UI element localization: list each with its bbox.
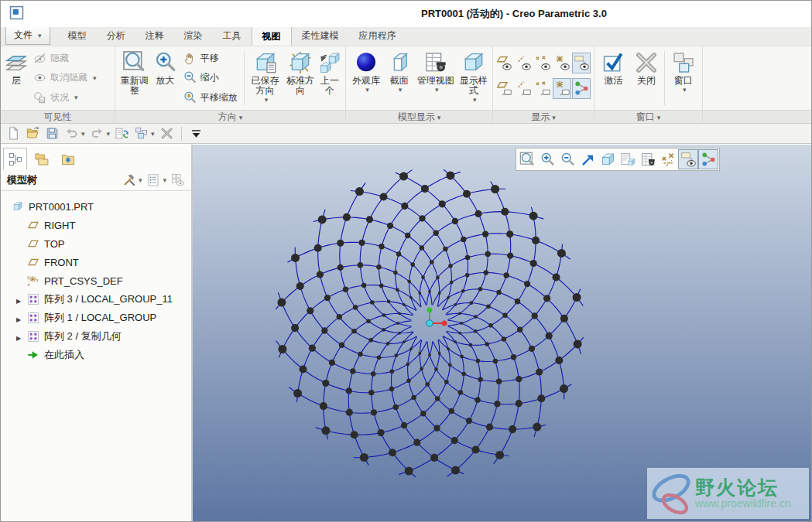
tree-item-pattern-2[interactable]: 阵列 2 / 复制几何 — [1, 327, 191, 346]
tree-item-prt0001[interactable]: PRT0001.PRT — [1, 197, 191, 216]
viewport-zoom-out-button[interactable] — [557, 149, 577, 169]
expand-caret[interactable] — [16, 294, 27, 305]
tree-search-button[interactable] — [170, 172, 187, 189]
layers-button[interactable]: 层 — [3, 48, 29, 108]
csys-display-toggle[interactable] — [553, 53, 571, 73]
plane-tag-display-toggle[interactable] — [495, 78, 513, 99]
appearance-gallery-button[interactable]: 外观库 — [348, 48, 384, 108]
activate-button[interactable]: 激活 — [597, 48, 630, 108]
tree-item-label: TOP — [44, 238, 65, 250]
refit-button[interactable]: 重新调整 — [118, 48, 152, 108]
csys-tag-display-toggle[interactable] — [553, 78, 571, 99]
unhide-eye-icon — [33, 70, 47, 85]
viewport-view-manager-button[interactable] — [638, 149, 658, 169]
window-arrange-button[interactable] — [132, 125, 156, 142]
tab-注释[interactable]: 注释 — [135, 26, 174, 46]
customize-quick-access-button[interactable] — [187, 125, 205, 142]
display-style-icon — [461, 50, 486, 75]
title-bar: PRT0001 (活动的) - Creo Parametric 3.0 — [1, 1, 811, 27]
graphics-viewport[interactable]: 野火论坛 www.proewildfire.cn — [193, 145, 811, 521]
group-show: 显示 — [493, 46, 594, 123]
file-menu-button[interactable]: 文件 — [5, 26, 50, 45]
viewport-reorient-button[interactable] — [577, 149, 598, 169]
viewport-display-style-button[interactable] — [598, 149, 618, 169]
tree-item-prt-csys-def[interactable]: yxzPRT_CSYS_DEF — [1, 271, 191, 290]
tab-视图[interactable]: 视图 — [252, 26, 292, 46]
sections-button[interactable]: 截面 — [384, 48, 414, 108]
display-style-icon — [600, 152, 616, 168]
viewport-zoom-in-button[interactable] — [537, 149, 557, 169]
annotation-display-toggle[interactable] — [572, 53, 591, 73]
plane-display-toggle[interactable] — [495, 53, 513, 73]
axis-tag-display-toggle[interactable] — [514, 78, 533, 99]
tree-item-insert-here[interactable]: 在此插入 — [1, 346, 191, 364]
tree-item-front[interactable]: FRONT — [1, 253, 191, 271]
tree-item-top[interactable]: TOP — [1, 234, 191, 253]
favorites-tab[interactable] — [56, 148, 80, 170]
tree-item-pattern-1[interactable]: 阵列 1 / LOCAL_GROUP — [1, 309, 191, 327]
viewport-annotation-display-button[interactable] — [678, 149, 698, 169]
expand-caret[interactable] — [16, 312, 27, 324]
model-geometry[interactable] — [193, 145, 811, 521]
viewport-saved-orientations-button[interactable] — [618, 149, 638, 169]
manage-views-button[interactable]: 管理视图 — [414, 48, 457, 108]
manage-views-icon — [423, 50, 448, 75]
viewport-datum-display-filters-button[interactable] — [658, 149, 678, 169]
zoom-out-button[interactable]: 缩小 — [180, 68, 242, 87]
close-button[interactable]: 关闭 — [630, 48, 663, 108]
tab-分析[interactable]: 分析 — [97, 26, 135, 46]
new-file-button[interactable] — [5, 125, 22, 142]
open-file-button[interactable] — [24, 125, 42, 142]
tree-item-right[interactable]: RIGHT — [1, 216, 191, 234]
tab-渲染[interactable]: 渲染 — [174, 26, 213, 46]
model-tree-title: 模型树 — [7, 173, 37, 187]
tab-工具[interactable]: 工具 — [213, 26, 252, 46]
tab-柔性建模[interactable]: 柔性建模 — [292, 26, 349, 46]
windows-button[interactable]: 窗口 — [666, 48, 700, 108]
axis-display-toggle[interactable] — [514, 53, 533, 73]
group-label-orientation[interactable]: 方向 — [115, 110, 345, 123]
tg-point-eye-icon — [535, 55, 551, 71]
tree-item-label: PRT0001.PRT — [29, 201, 94, 213]
hide-button[interactable]: 隐藏 — [29, 49, 100, 68]
pan-hand-icon — [183, 51, 197, 66]
tree-settings-button[interactable] — [145, 172, 168, 189]
redo-button[interactable] — [88, 125, 112, 142]
display-style-button[interactable]: 显示样式 — [457, 48, 490, 108]
save-button[interactable] — [43, 125, 61, 142]
tree-item-pattern-3[interactable]: 阵列 3 / LOCAL_GROUP_11 — [1, 290, 191, 309]
tg-axis-eye-icon — [516, 55, 532, 71]
group-label-model-display[interactable]: 模型显示 — [346, 110, 492, 123]
tree-tools-button[interactable] — [121, 172, 144, 189]
unhide-button[interactable]: 取消隐藏 — [29, 68, 100, 87]
expand-caret[interactable] — [16, 331, 27, 343]
t-pattern-icon — [27, 312, 39, 324]
group-label-window[interactable]: 窗口 — [594, 110, 702, 123]
viewport-spin-center-button[interactable] — [698, 149, 718, 169]
folder-browser-tab[interactable] — [29, 148, 53, 170]
saved-orientations-button[interactable]: 已保存方向 — [246, 48, 284, 108]
customize-quick-access-icon — [189, 126, 204, 141]
tab-应用程序[interactable]: 应用程序 — [349, 26, 406, 46]
pan-button[interactable]: 平移 — [180, 49, 242, 68]
save-icon — [45, 126, 60, 141]
group-label-show[interactable]: 显示 — [493, 110, 594, 123]
undo-button[interactable] — [63, 125, 87, 142]
status-button[interactable]: 状况 — [29, 88, 100, 107]
activate-check-icon — [601, 50, 625, 75]
regenerate-button[interactable] — [113, 125, 131, 142]
point-tag-display-toggle[interactable] — [533, 78, 552, 99]
spin-center-display-toggle[interactable] — [572, 78, 591, 99]
viewport-refit-button[interactable] — [517, 149, 537, 169]
model-tree-tab[interactable] — [3, 148, 27, 170]
svg-text:y: y — [27, 275, 29, 279]
standard-orientation-button[interactable]: 标准方向 — [284, 48, 317, 108]
close-window-button[interactable] — [158, 125, 176, 142]
zoom-in-button[interactable]: 放大 — [152, 48, 180, 108]
view-manager-icon — [640, 152, 656, 168]
previous-view-button[interactable]: 上一个 — [317, 48, 343, 108]
pan-zoom-icon — [183, 90, 197, 105]
pan-zoom-button[interactable]: 平移缩放 — [180, 88, 242, 107]
point-display-toggle[interactable] — [533, 53, 552, 73]
tab-模型[interactable]: 模型 — [58, 26, 97, 46]
